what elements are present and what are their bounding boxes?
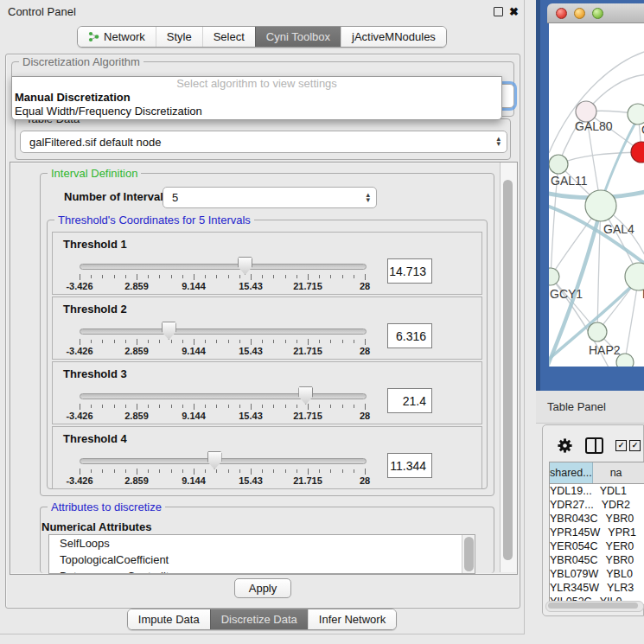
tick-mark (216, 405, 217, 408)
axis-tick-label: 15.43 (239, 346, 263, 356)
table-column-header[interactable]: shared... (550, 462, 593, 483)
tab-select[interactable]: Select (202, 27, 255, 47)
bottom-tab-impute-data[interactable]: Impute Data (128, 609, 210, 629)
table-hscrollbar-thumb[interactable] (548, 603, 638, 609)
tick-mark (216, 469, 217, 473)
tick-mark (296, 469, 297, 473)
checkbox-icon[interactable]: ✓ (615, 440, 627, 451)
table-row[interactable]: YBR043CYBR0 (550, 512, 644, 526)
slider-track[interactable] (80, 328, 367, 335)
tick-mark (148, 405, 149, 408)
tick-mark (365, 469, 366, 475)
network-node[interactable] (628, 104, 644, 124)
tick-mark (365, 339, 366, 345)
network-node[interactable] (588, 322, 607, 341)
threshold-value-field[interactable]: 21.4 (387, 388, 432, 413)
tick-mark (91, 469, 92, 473)
tab-cyni-toolbox[interactable]: Cyni Toolbox (255, 27, 341, 47)
table-data-combo[interactable]: galFiltered.sif default node ▴▾ (20, 131, 507, 153)
tick-mark (194, 469, 194, 475)
tick-mark (251, 469, 252, 475)
threshold-value-field[interactable]: 14.713 (387, 258, 432, 284)
attribute-list-item[interactable]: TopologicalCoefficient (49, 552, 475, 568)
cyni-toolbox-panel: Discretization Algorithm Select algorith… (5, 54, 520, 609)
table-cell: YDR2 (594, 498, 644, 512)
network-node[interactable] (616, 354, 634, 367)
slider-thumb[interactable] (238, 257, 252, 275)
popup-option[interactable]: Equal Width/Frequency Discretization (12, 105, 501, 118)
network-node[interactable] (549, 268, 559, 285)
threshold-value-field[interactable]: 6.316 (387, 323, 432, 348)
popup-option[interactable]: Manual Discretization (12, 91, 501, 105)
network-node[interactable] (585, 190, 616, 221)
axis-tick-label: 9.144 (182, 281, 206, 291)
tick-mark (80, 274, 80, 280)
table-row[interactable]: YPR145WYPR1 (550, 526, 644, 539)
mac-minimize-button[interactable] (574, 8, 585, 19)
tab-jactivemnodules[interactable]: jActiveMNodules (341, 27, 446, 47)
threshold-block: Threshold 4-3.4262.8599.14415.4321.71528… (52, 426, 482, 489)
list-scrollbar[interactable] (462, 535, 475, 573)
table-hscrollbar[interactable] (545, 601, 644, 612)
table-row[interactable]: YBL079WYBL0 (550, 567, 644, 581)
tick-mark (285, 275, 286, 278)
tick-mark (262, 340, 263, 343)
axis-tick-label: 15.43 (239, 411, 263, 421)
bottom-tab-discretize-data[interactable]: Discretize Data (210, 609, 308, 629)
table-cell: YBL079W (550, 567, 598, 581)
threshold-block: Threshold 2-3.4262.8599.14415.4321.71528… (52, 296, 482, 360)
tick-mark (137, 339, 137, 345)
tick-mark (273, 469, 274, 473)
table-row[interactable]: YER054CYER0 (550, 539, 644, 553)
tick-mark (330, 340, 331, 343)
axis-tick-label: 2.859 (124, 475, 149, 486)
network-node[interactable] (549, 155, 568, 174)
axis-tick-label: 15.43 (239, 281, 263, 291)
node-table[interactable]: shared...na YDL19...YDL1YDR27...YDR2YBR0… (549, 462, 644, 605)
panel-scrollbar[interactable] (500, 163, 516, 572)
close-window-icon[interactable]: ✖ (509, 6, 519, 17)
table-row[interactable]: YDL19...YDL1 (550, 484, 644, 498)
list-scrollbar-thumb[interactable] (464, 537, 474, 571)
panel-scrollbar-thumb[interactable] (503, 180, 513, 560)
attribute-list-item[interactable]: BetweennessCentrality (49, 568, 475, 574)
checkbox-icons[interactable]: ✓ ✓ (615, 440, 641, 451)
table-row[interactable]: YLR345WYLR3 (550, 581, 644, 595)
numerical-attributes-list[interactable]: SelfLoopsTopologicalCoefficientBetweenne… (48, 534, 475, 574)
tab-style[interactable]: Style (156, 27, 202, 47)
tick-mark (342, 405, 343, 408)
table-row[interactable]: YBR045CYBR0 (550, 553, 644, 567)
apply-button[interactable]: Apply (234, 578, 291, 598)
tick-mark (319, 469, 320, 473)
number-of-intervals-spinner[interactable]: 5 ▴▾ (163, 187, 377, 208)
mac-zoom-button[interactable] (592, 8, 603, 19)
network-canvas[interactable]: GAL80GCGAL11GAL4GCY1HHAP2 (549, 23, 644, 367)
table-cell: YPR1 (600, 526, 644, 539)
table-row[interactable]: YDR27...YDR2 (550, 498, 644, 512)
slider-thumb[interactable] (207, 451, 222, 469)
table-cell: YBL0 (598, 567, 644, 581)
network-node[interactable] (625, 263, 644, 290)
gear-icon[interactable] (557, 437, 573, 454)
slider-thumb[interactable] (162, 322, 176, 340)
columns-icon[interactable] (585, 437, 603, 454)
slider-track[interactable] (80, 393, 367, 399)
settings-scrollpane: Interval Definition Number of Intervals … (10, 162, 518, 575)
window-title: Control Panel (0, 5, 76, 18)
mac-close-button[interactable] (556, 8, 567, 19)
slider-thumb[interactable] (298, 386, 313, 405)
tab-network[interactable]: Network (78, 27, 156, 47)
threshold-value-field[interactable]: 11.344 (387, 453, 432, 478)
table-cell: YPR145W (550, 526, 600, 539)
table-cell: YBR045C (550, 553, 598, 567)
checkbox-icon[interactable]: ✓ (629, 440, 641, 451)
attribute-list-item[interactable]: SelfLoops (49, 535, 475, 552)
float-window-icon[interactable] (494, 7, 503, 16)
tick-mark (182, 469, 183, 473)
slider-track[interactable] (80, 264, 367, 270)
tick-mark (296, 405, 297, 408)
tick-mark (205, 275, 206, 278)
table-column-header[interactable]: na (593, 462, 644, 483)
bottom-tab-infer-network[interactable]: Infer Network (308, 609, 396, 629)
slider-track[interactable] (80, 458, 367, 464)
